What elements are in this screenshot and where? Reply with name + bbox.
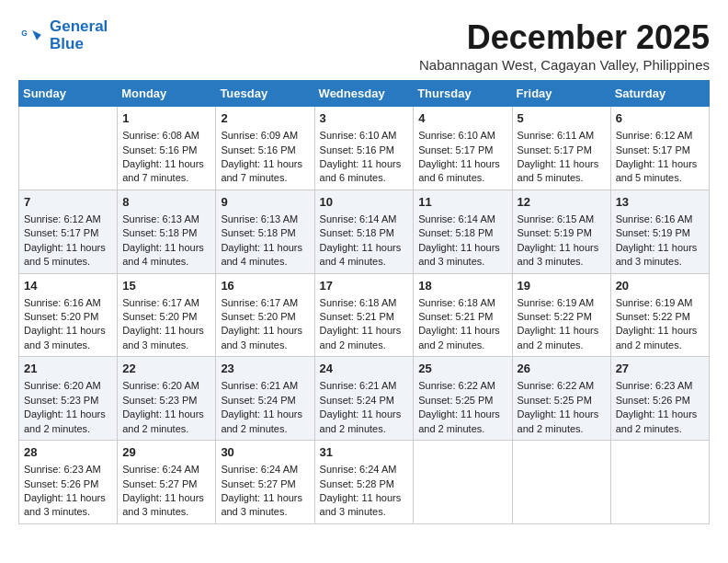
day-info: and 2 minutes. bbox=[518, 339, 606, 352]
calendar-cell: 18Sunrise: 6:18 AMSunset: 5:21 PMDayligh… bbox=[414, 273, 512, 357]
day-info: Sunrise: 6:12 AM bbox=[616, 129, 704, 143]
day-info: Sunrise: 6:14 AM bbox=[320, 213, 409, 226]
day-info: Sunset: 5:17 PM bbox=[24, 226, 112, 240]
day-info: and 2 minutes. bbox=[418, 339, 506, 352]
day-number: 18 bbox=[418, 278, 506, 294]
day-info: Daylight: 11 hours bbox=[320, 157, 409, 171]
day-info: Sunrise: 6:20 AM bbox=[24, 379, 112, 393]
calendar-cell: 10Sunrise: 6:14 AMSunset: 5:18 PMDayligh… bbox=[314, 190, 414, 273]
title-section: December 2025 Nabannagan West, Cagayan V… bbox=[419, 18, 710, 73]
day-info: and 3 minutes. bbox=[320, 505, 409, 519]
calendar-cell: 12Sunrise: 6:15 AMSunset: 5:19 PMDayligh… bbox=[512, 190, 610, 273]
day-info: and 3 minutes. bbox=[122, 339, 210, 352]
day-info: Daylight: 11 hours bbox=[320, 491, 409, 505]
calendar-cell: 19Sunrise: 6:19 AMSunset: 5:22 PMDayligh… bbox=[512, 273, 610, 357]
day-info: Daylight: 11 hours bbox=[616, 408, 704, 421]
svg-text:G: G bbox=[21, 29, 28, 38]
calendar-cell: 4Sunrise: 6:10 AMSunset: 5:17 PMDaylight… bbox=[414, 107, 512, 190]
day-info: Sunrise: 6:14 AM bbox=[418, 213, 506, 226]
calendar-cell: 25Sunrise: 6:22 AMSunset: 5:25 PMDayligh… bbox=[414, 357, 512, 441]
day-info: Daylight: 11 hours bbox=[122, 491, 210, 505]
day-info: Sunset: 5:22 PM bbox=[616, 310, 704, 324]
day-info: Sunrise: 6:13 AM bbox=[221, 213, 309, 226]
day-info: and 5 minutes. bbox=[616, 171, 704, 185]
day-info: Sunrise: 6:23 AM bbox=[616, 379, 704, 393]
calendar-cell: 24Sunrise: 6:21 AMSunset: 5:24 PMDayligh… bbox=[314, 357, 414, 441]
day-info: Sunset: 5:22 PM bbox=[518, 310, 606, 324]
day-number: 17 bbox=[320, 278, 409, 294]
day-info: Sunset: 5:24 PM bbox=[320, 394, 409, 408]
day-info: Daylight: 11 hours bbox=[24, 324, 112, 338]
day-info: and 4 minutes. bbox=[320, 255, 409, 269]
day-info: and 3 minutes. bbox=[122, 505, 210, 519]
day-info: Sunset: 5:26 PM bbox=[24, 477, 112, 491]
day-info: Sunset: 5:24 PM bbox=[221, 394, 309, 408]
day-info: and 7 minutes. bbox=[221, 171, 309, 185]
day-info: Sunrise: 6:17 AM bbox=[122, 296, 210, 310]
day-info: Daylight: 11 hours bbox=[320, 408, 409, 421]
day-info: Sunrise: 6:18 AM bbox=[418, 296, 506, 310]
month-title: December 2025 bbox=[419, 18, 710, 57]
day-info: Sunrise: 6:10 AM bbox=[418, 129, 506, 143]
day-info: and 3 minutes. bbox=[418, 255, 506, 269]
calendar-cell: 2Sunrise: 6:09 AMSunset: 5:16 PMDaylight… bbox=[216, 107, 314, 190]
calendar-cell: 28Sunrise: 6:23 AMSunset: 5:26 PMDayligh… bbox=[19, 441, 118, 524]
calendar-cell: 26Sunrise: 6:22 AMSunset: 5:25 PMDayligh… bbox=[512, 357, 610, 441]
day-info: Daylight: 11 hours bbox=[418, 408, 506, 421]
day-info: Sunset: 5:21 PM bbox=[320, 310, 409, 324]
day-info: Sunrise: 6:19 AM bbox=[518, 296, 606, 310]
day-info: Sunset: 5:16 PM bbox=[320, 144, 409, 157]
day-info: Sunrise: 6:24 AM bbox=[221, 463, 309, 477]
logo-text: General Blue bbox=[50, 18, 108, 52]
day-info: and 4 minutes. bbox=[221, 255, 309, 269]
day-number: 5 bbox=[518, 110, 606, 127]
day-info: Sunrise: 6:21 AM bbox=[221, 379, 309, 393]
calendar-cell: 21Sunrise: 6:20 AMSunset: 5:23 PMDayligh… bbox=[19, 357, 118, 441]
day-info: Sunset: 5:17 PM bbox=[616, 144, 704, 157]
day-number: 27 bbox=[616, 361, 704, 377]
day-info: Daylight: 11 hours bbox=[221, 408, 309, 421]
calendar-cell: 29Sunrise: 6:24 AMSunset: 5:27 PMDayligh… bbox=[118, 441, 216, 524]
day-info: Sunrise: 6:12 AM bbox=[24, 213, 112, 226]
weekday-header: Monday bbox=[118, 81, 216, 107]
calendar-cell: 5Sunrise: 6:11 AMSunset: 5:17 PMDaylight… bbox=[512, 107, 610, 190]
day-info: Sunset: 5:17 PM bbox=[518, 144, 606, 157]
day-info: Sunrise: 6:11 AM bbox=[518, 129, 606, 143]
day-info: Sunrise: 6:16 AM bbox=[616, 213, 704, 226]
day-number: 23 bbox=[221, 361, 309, 377]
calendar-cell: 13Sunrise: 6:16 AMSunset: 5:19 PMDayligh… bbox=[610, 190, 709, 273]
day-info: Daylight: 11 hours bbox=[518, 157, 606, 171]
weekday-header: Wednesday bbox=[314, 81, 414, 107]
weekday-header: Friday bbox=[512, 81, 610, 107]
day-number: 25 bbox=[418, 361, 506, 377]
day-info: Daylight: 11 hours bbox=[221, 241, 309, 255]
day-info: Sunrise: 6:16 AM bbox=[24, 296, 112, 310]
day-info: and 3 minutes. bbox=[518, 255, 606, 269]
day-number: 29 bbox=[122, 444, 210, 461]
day-info: and 3 minutes. bbox=[221, 505, 309, 519]
day-info: and 3 minutes. bbox=[221, 339, 309, 352]
day-info: Sunset: 5:20 PM bbox=[122, 310, 210, 324]
logo-icon: G bbox=[20, 25, 42, 47]
day-info: Daylight: 11 hours bbox=[122, 408, 210, 421]
weekday-header: Thursday bbox=[414, 81, 512, 107]
day-info: Sunset: 5:19 PM bbox=[518, 226, 606, 240]
day-number: 12 bbox=[518, 194, 606, 211]
day-info: Sunset: 5:23 PM bbox=[122, 394, 210, 408]
day-number: 13 bbox=[616, 194, 704, 211]
day-info: Sunrise: 6:17 AM bbox=[221, 296, 309, 310]
day-info: Sunset: 5:18 PM bbox=[122, 226, 210, 240]
day-info: Daylight: 11 hours bbox=[221, 491, 309, 505]
calendar-cell: 17Sunrise: 6:18 AMSunset: 5:21 PMDayligh… bbox=[314, 273, 414, 357]
day-info: and 2 minutes. bbox=[518, 422, 606, 436]
header-row: G General Blue December 2025 Nabannagan … bbox=[18, 18, 710, 73]
day-info: Sunrise: 6:10 AM bbox=[320, 129, 409, 143]
day-number: 22 bbox=[122, 361, 210, 377]
day-number: 28 bbox=[24, 444, 112, 461]
day-info: Daylight: 11 hours bbox=[24, 491, 112, 505]
day-info: Sunset: 5:21 PM bbox=[418, 310, 506, 324]
day-info: Sunset: 5:23 PM bbox=[24, 394, 112, 408]
calendar-cell: 6Sunrise: 6:12 AMSunset: 5:17 PMDaylight… bbox=[610, 107, 709, 190]
day-info: Sunrise: 6:20 AM bbox=[122, 379, 210, 393]
day-info: Daylight: 11 hours bbox=[24, 408, 112, 421]
